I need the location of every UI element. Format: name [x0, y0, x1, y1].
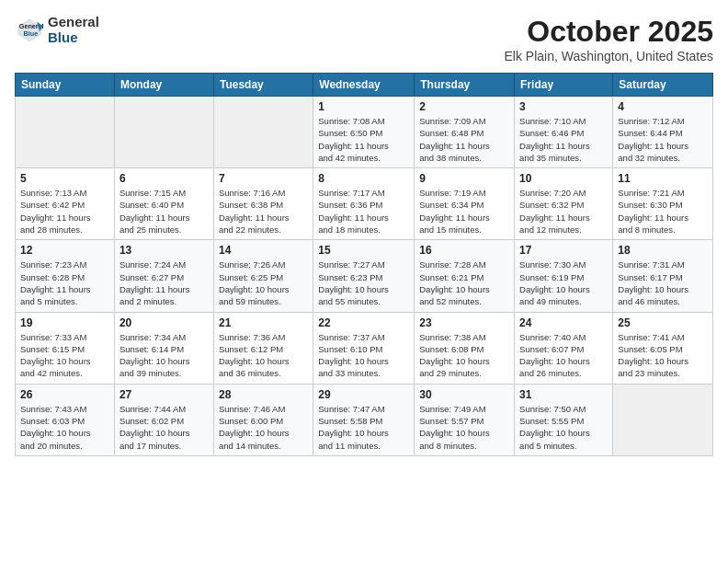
header-day: Sunday	[16, 74, 115, 97]
calendar-cell: 15Sunrise: 7:27 AMSunset: 6:23 PMDayligh…	[313, 240, 415, 312]
day-info: Sunrise: 7:15 AMSunset: 6:40 PMDaylight:…	[119, 187, 209, 236]
header-day: Wednesday	[313, 74, 415, 97]
day-info: Sunrise: 7:43 AMSunset: 6:03 PMDaylight:…	[20, 403, 109, 452]
logo-general-text: General	[48, 15, 99, 30]
day-info: Sunrise: 7:26 AMSunset: 6:25 PMDaylight:…	[219, 259, 308, 307]
calendar-cell: 12Sunrise: 7:23 AMSunset: 6:28 PMDayligh…	[16, 240, 115, 312]
calendar-cell: 19Sunrise: 7:33 AMSunset: 6:15 PMDayligh…	[16, 312, 115, 384]
day-info: Sunrise: 7:40 AMSunset: 6:07 PMDaylight:…	[519, 331, 608, 380]
calendar-cell: 31Sunrise: 7:50 AMSunset: 5:55 PMDayligh…	[515, 384, 613, 455]
day-info: Sunrise: 7:17 AMSunset: 6:36 PMDaylight:…	[318, 187, 409, 236]
title-block: October 2025 Elk Plain, Washington, Unit…	[505, 15, 714, 63]
day-number: 17	[519, 244, 608, 257]
day-info: Sunrise: 7:24 AMSunset: 6:27 PMDaylight:…	[119, 259, 209, 307]
calendar-cell: 1Sunrise: 7:08 AMSunset: 6:50 PMDaylight…	[313, 97, 415, 168]
day-number: 30	[419, 388, 509, 401]
calendar-cell: 26Sunrise: 7:43 AMSunset: 6:03 PMDayligh…	[16, 384, 115, 455]
day-info: Sunrise: 7:13 AMSunset: 6:42 PMDaylight:…	[20, 187, 109, 236]
header: General Blue General Blue October 2025 E…	[15, 15, 713, 63]
calendar-cell	[613, 384, 713, 455]
header-row: SundayMondayTuesdayWednesdayThursdayFrid…	[16, 74, 713, 97]
day-info: Sunrise: 7:16 AMSunset: 6:38 PMDaylight:…	[219, 187, 308, 236]
logo-text: General Blue	[48, 15, 99, 45]
calendar-cell: 9Sunrise: 7:19 AMSunset: 6:34 PMDaylight…	[415, 168, 515, 240]
location: Elk Plain, Washington, United States	[505, 49, 714, 63]
logo-blue-text: Blue	[48, 30, 99, 46]
day-info: Sunrise: 7:41 AMSunset: 6:05 PMDaylight:…	[618, 331, 708, 380]
day-number: 7	[219, 172, 308, 185]
day-number: 18	[618, 244, 708, 257]
calendar-cell: 29Sunrise: 7:47 AMSunset: 5:58 PMDayligh…	[313, 384, 415, 455]
calendar-cell: 22Sunrise: 7:37 AMSunset: 6:10 PMDayligh…	[313, 312, 415, 384]
day-info: Sunrise: 7:44 AMSunset: 6:02 PMDaylight:…	[119, 403, 209, 452]
calendar-cell: 20Sunrise: 7:34 AMSunset: 6:14 PMDayligh…	[114, 312, 213, 384]
day-number: 29	[318, 388, 409, 401]
day-info: Sunrise: 7:08 AMSunset: 6:50 PMDaylight:…	[318, 115, 409, 164]
day-info: Sunrise: 7:23 AMSunset: 6:28 PMDaylight:…	[20, 259, 109, 307]
day-info: Sunrise: 7:19 AMSunset: 6:34 PMDaylight:…	[419, 187, 509, 236]
calendar-page: General Blue General Blue October 2025 E…	[0, 0, 728, 563]
day-number: 20	[119, 316, 209, 329]
day-number: 22	[318, 316, 409, 329]
calendar-cell: 30Sunrise: 7:49 AMSunset: 5:57 PMDayligh…	[415, 384, 515, 455]
day-info: Sunrise: 7:47 AMSunset: 5:58 PMDaylight:…	[318, 403, 409, 452]
calendar-cell: 2Sunrise: 7:09 AMSunset: 6:48 PMDaylight…	[415, 97, 515, 168]
day-info: Sunrise: 7:38 AMSunset: 6:08 PMDaylight:…	[419, 331, 509, 380]
logo-icon: General Blue	[15, 16, 44, 45]
calendar-cell: 28Sunrise: 7:46 AMSunset: 6:00 PMDayligh…	[213, 384, 313, 455]
day-number: 23	[419, 316, 509, 329]
calendar-body: 1Sunrise: 7:08 AMSunset: 6:50 PMDaylight…	[16, 97, 713, 456]
day-info: Sunrise: 7:27 AMSunset: 6:23 PMDaylight:…	[318, 259, 409, 307]
month-title: October 2025	[505, 15, 714, 49]
day-number: 16	[419, 244, 509, 257]
day-info: Sunrise: 7:34 AMSunset: 6:14 PMDaylight:…	[119, 331, 209, 380]
day-info: Sunrise: 7:37 AMSunset: 6:10 PMDaylight:…	[318, 331, 409, 380]
header-day: Friday	[515, 74, 613, 97]
header-day: Saturday	[613, 74, 713, 97]
day-number: 4	[618, 100, 708, 113]
day-number: 10	[519, 172, 608, 185]
calendar-cell: 27Sunrise: 7:44 AMSunset: 6:02 PMDayligh…	[114, 384, 213, 455]
day-number: 15	[318, 244, 409, 257]
calendar-cell: 18Sunrise: 7:31 AMSunset: 6:17 PMDayligh…	[613, 240, 713, 312]
day-number: 27	[119, 388, 209, 401]
day-number: 25	[618, 316, 708, 329]
calendar-cell: 6Sunrise: 7:15 AMSunset: 6:40 PMDaylight…	[114, 168, 213, 240]
day-number: 11	[618, 172, 708, 185]
calendar-cell: 25Sunrise: 7:41 AMSunset: 6:05 PMDayligh…	[613, 312, 713, 384]
day-number: 1	[318, 100, 409, 113]
calendar-cell: 10Sunrise: 7:20 AMSunset: 6:32 PMDayligh…	[515, 168, 613, 240]
day-info: Sunrise: 7:49 AMSunset: 5:57 PMDaylight:…	[419, 403, 509, 452]
day-info: Sunrise: 7:09 AMSunset: 6:48 PMDaylight:…	[419, 115, 509, 164]
day-number: 3	[519, 100, 608, 113]
day-number: 8	[318, 172, 409, 185]
day-number: 5	[20, 172, 109, 185]
day-number: 31	[519, 388, 608, 401]
calendar-week: 12Sunrise: 7:23 AMSunset: 6:28 PMDayligh…	[16, 240, 713, 312]
calendar-cell: 7Sunrise: 7:16 AMSunset: 6:38 PMDaylight…	[213, 168, 313, 240]
calendar-cell: 8Sunrise: 7:17 AMSunset: 6:36 PMDaylight…	[313, 168, 415, 240]
day-info: Sunrise: 7:46 AMSunset: 6:00 PMDaylight:…	[219, 403, 308, 452]
day-number: 26	[20, 388, 109, 401]
header-day: Tuesday	[213, 74, 313, 97]
day-number: 24	[519, 316, 608, 329]
day-number: 14	[219, 244, 308, 257]
calendar-cell	[16, 97, 115, 168]
day-info: Sunrise: 7:50 AMSunset: 5:55 PMDaylight:…	[519, 403, 608, 452]
day-info: Sunrise: 7:31 AMSunset: 6:17 PMDaylight:…	[618, 259, 708, 307]
day-number: 12	[20, 244, 109, 257]
calendar-cell: 23Sunrise: 7:38 AMSunset: 6:08 PMDayligh…	[415, 312, 515, 384]
day-info: Sunrise: 7:33 AMSunset: 6:15 PMDaylight:…	[20, 331, 109, 380]
calendar-cell: 13Sunrise: 7:24 AMSunset: 6:27 PMDayligh…	[114, 240, 213, 312]
calendar-header: SundayMondayTuesdayWednesdayThursdayFrid…	[16, 74, 713, 97]
calendar-cell: 11Sunrise: 7:21 AMSunset: 6:30 PMDayligh…	[613, 168, 713, 240]
day-number: 13	[119, 244, 209, 257]
day-number: 19	[20, 316, 109, 329]
calendar-week: 19Sunrise: 7:33 AMSunset: 6:15 PMDayligh…	[16, 312, 713, 384]
header-day: Monday	[114, 74, 213, 97]
day-info: Sunrise: 7:12 AMSunset: 6:44 PMDaylight:…	[618, 115, 708, 164]
calendar-cell	[114, 97, 213, 168]
header-day: Thursday	[415, 74, 515, 97]
calendar-week: 1Sunrise: 7:08 AMSunset: 6:50 PMDaylight…	[16, 97, 713, 168]
day-number: 9	[419, 172, 509, 185]
